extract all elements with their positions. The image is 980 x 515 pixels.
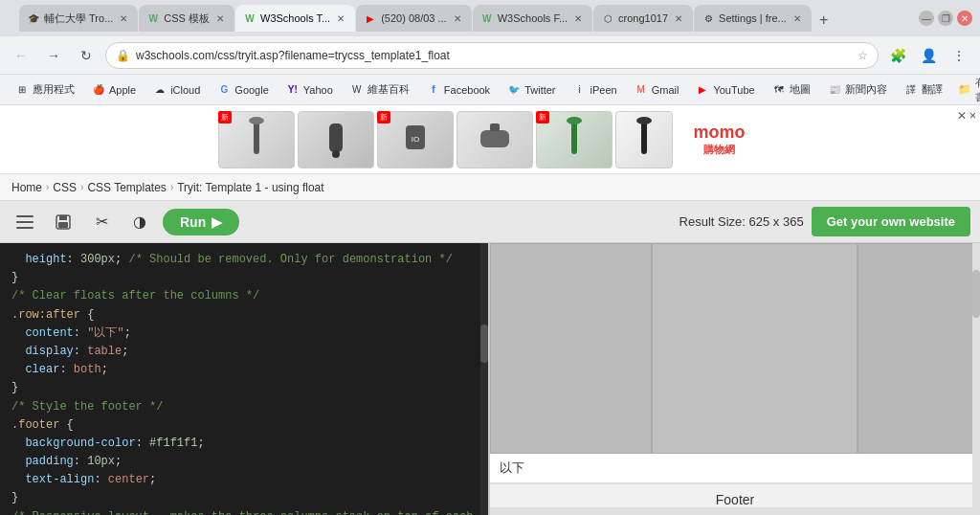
- tab-4-label: (520) 08/03 ...: [381, 12, 447, 24]
- tab-2-close[interactable]: ✕: [213, 11, 227, 25]
- scissors-icon-button[interactable]: ✂: [86, 207, 117, 237]
- tab-1[interactable]: 🎓 輔仁大學 Tro... ✕: [19, 5, 138, 32]
- tab-4-close[interactable]: ✕: [451, 11, 464, 25]
- tab-6-close[interactable]: ✕: [672, 11, 685, 25]
- bookmark-ipeen-label: iPeen: [590, 84, 617, 96]
- momo-subtitle: 購物網: [703, 143, 735, 157]
- back-button[interactable]: ←: [8, 42, 34, 69]
- tab-7-label: Settings | fre...: [719, 12, 787, 24]
- bookmark-maps[interactable]: 🗺 地圖: [765, 80, 818, 99]
- svg-point-3: [332, 150, 340, 158]
- preview-scrollbar-h[interactable]: [490, 507, 972, 515]
- bookmark-yahoo[interactable]: Y! Yahoo: [278, 81, 341, 99]
- main-area: height: 300px; /* Should be removed. Onl…: [0, 243, 980, 515]
- bookmarks-more[interactable]: 📁 所有書籤: [952, 75, 980, 105]
- extensions-button[interactable]: 🧩: [884, 42, 911, 69]
- minimize-button[interactable]: —: [919, 11, 934, 26]
- bookmark-maps-label: 地圖: [790, 82, 811, 97]
- tab-7-close[interactable]: ✕: [791, 11, 804, 25]
- maps-icon: 🗺: [772, 83, 786, 97]
- code-line-14: padding: 10px;: [11, 453, 477, 471]
- bookmark-wiki[interactable]: W 維基百科: [343, 80, 417, 99]
- refresh-button[interactable]: ↻: [73, 42, 100, 69]
- ad-product-6: [615, 111, 673, 168]
- svg-rect-8: [571, 121, 577, 154]
- code-editor[interactable]: height: 300px; /* Should be removed. Onl…: [0, 243, 488, 515]
- bookmark-translate[interactable]: 譯 翻譯: [897, 80, 950, 99]
- bookmark-twitter[interactable]: 🐦 Twitter: [500, 81, 563, 99]
- folder-icon: 📁: [958, 83, 971, 96]
- news-icon: 📰: [828, 83, 841, 97]
- code-line-5: .row:after {: [11, 306, 477, 325]
- breadcrumb-css-label: CSS: [53, 181, 77, 194]
- yahoo-icon: Y!: [286, 83, 300, 97]
- code-line-18: /* Responsive layout - makes the three c…: [11, 508, 477, 515]
- breadcrumb-current: Tryit: Template 1 - using float: [177, 181, 323, 194]
- preview-scrollbar-v[interactable]: [972, 243, 980, 515]
- bookmark-youtube[interactable]: ▶ YouTube: [688, 81, 762, 99]
- bookmark-google-label: Google: [234, 84, 268, 96]
- lock-icon: 🔒: [116, 49, 130, 62]
- tab-5[interactable]: W W3Schools F... ✕: [473, 5, 592, 32]
- menu-button[interactable]: ⋮: [946, 42, 972, 69]
- editor-scrollbar-thumb[interactable]: [480, 325, 488, 363]
- run-button[interactable]: Run ▶: [163, 209, 239, 235]
- bookmark-icloud[interactable]: ☁ iCloud: [145, 81, 208, 99]
- ad-momo-brand[interactable]: momo 購物網: [677, 111, 763, 168]
- tab-3-favicon: W: [243, 11, 256, 25]
- tab-7[interactable]: ⚙ Settings | fre... ✕: [694, 5, 812, 32]
- code-line-12: .footer {: [11, 416, 477, 435]
- maximize-button[interactable]: ❐: [938, 11, 953, 26]
- bookmark-news[interactable]: 📰 新聞內容: [820, 80, 895, 99]
- result-size-label: Result Size: 625 x 365: [679, 214, 804, 229]
- tab-2[interactable]: W CSS 模板 ✕: [139, 5, 234, 32]
- facebook-icon: f: [427, 83, 440, 97]
- svg-point-9: [567, 117, 582, 124]
- breadcrumb-arrow-2: ›: [80, 182, 83, 192]
- menu-icon-button[interactable]: [10, 207, 40, 237]
- bookmark-gmail[interactable]: M Gmail: [627, 81, 687, 99]
- bookmark-youtube-label: YouTube: [713, 84, 754, 96]
- code-line-15: text-align: center;: [11, 471, 477, 489]
- close-button[interactable]: ✕: [957, 11, 972, 26]
- ad-new-badge-1: 新: [218, 111, 232, 123]
- preview-scrollbar-thumb[interactable]: [972, 270, 980, 318]
- bookmark-google[interactable]: G Google: [210, 81, 276, 99]
- bookmark-apple-label: Apple: [109, 84, 136, 96]
- get-website-button[interactable]: Get your own website: [812, 207, 970, 236]
- code-line-7: display: table;: [11, 343, 477, 361]
- save-icon-button[interactable]: [48, 207, 78, 237]
- ad-close-button[interactable]: ✕ ×: [957, 109, 976, 123]
- tab-4[interactable]: ▶ (520) 08/03 ... ✕: [356, 5, 472, 32]
- profile-button[interactable]: 👤: [915, 42, 942, 69]
- svg-rect-0: [254, 121, 259, 154]
- address-bar[interactable]: 🔒 w3schools.com/css/tryit.asp?filename=t…: [105, 42, 879, 69]
- bookmark-apps[interactable]: ⊞ 應用程式: [8, 80, 82, 99]
- preview-columns: [490, 243, 980, 454]
- ipeen-icon: i: [573, 83, 587, 97]
- tab-3-close[interactable]: ✕: [334, 11, 347, 25]
- contrast-icon-button[interactable]: ◑: [124, 207, 155, 237]
- breadcrumb-css[interactable]: CSS: [53, 181, 77, 194]
- svg-rect-7: [490, 123, 500, 131]
- breadcrumb-css-templates[interactable]: CSS Templates: [87, 181, 166, 194]
- new-tab-button[interactable]: +: [813, 9, 835, 32]
- forward-button[interactable]: →: [40, 42, 67, 69]
- tab-3[interactable]: W W3Schools T... ✕: [235, 5, 355, 32]
- bookmark-ipeen[interactable]: i iPeen: [566, 81, 625, 99]
- svg-rect-17: [58, 222, 68, 228]
- bookmarks-more-label: 所有書籤: [975, 75, 980, 105]
- editor-scrollbar[interactable]: [480, 243, 488, 515]
- svg-rect-2: [329, 123, 343, 152]
- svg-point-11: [636, 117, 652, 124]
- breadcrumb-home[interactable]: Home: [11, 181, 42, 194]
- tab-1-close[interactable]: ✕: [117, 11, 130, 25]
- bookmark-facebook[interactable]: f Facebook: [419, 81, 498, 99]
- code-line-1: height: 300px; /* Should be removed. Onl…: [11, 251, 477, 269]
- bookmark-apple[interactable]: 🍎 Apple: [84, 81, 144, 99]
- tab-5-close[interactable]: ✕: [571, 11, 585, 25]
- tab-6[interactable]: ⬡ crong1017 ✕: [593, 5, 693, 32]
- code-line-6: content: "以下";: [11, 325, 477, 343]
- browser-toolbar-icons: 🧩 👤 ⋮: [884, 42, 972, 69]
- preview-yixia-text: 以下: [490, 454, 980, 483]
